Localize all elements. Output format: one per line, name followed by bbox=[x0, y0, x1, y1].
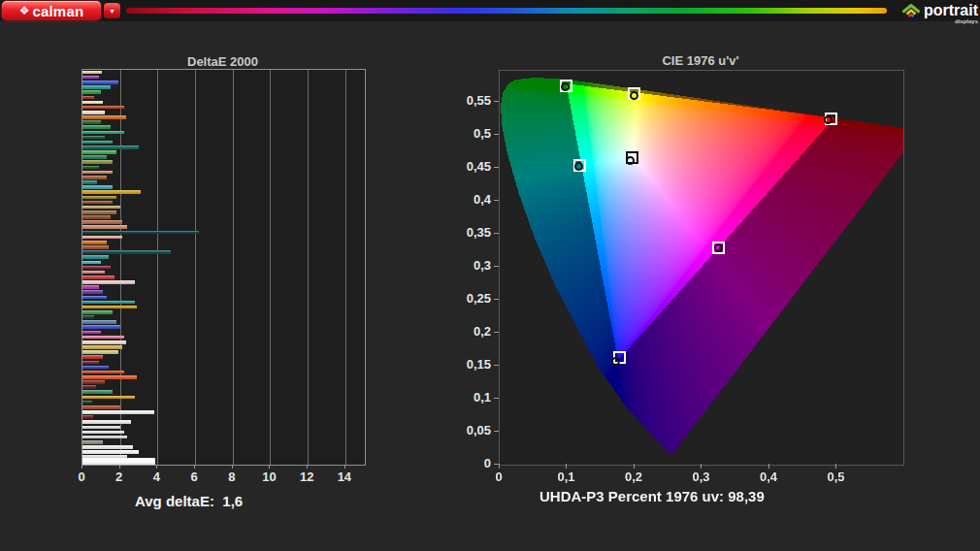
cie-y-tick bbox=[494, 365, 499, 366]
deltae-bar bbox=[82, 196, 116, 200]
deltae-bar bbox=[82, 271, 105, 275]
deltae-x-tick bbox=[307, 465, 308, 469]
deltae-bar bbox=[82, 220, 122, 224]
deltae-x-axis: 02468101214 bbox=[82, 465, 373, 486]
deltae-plot-area bbox=[82, 69, 366, 466]
deltae-bar bbox=[82, 405, 120, 409]
cie-x-tick-label: 0 bbox=[481, 470, 516, 484]
avg-deltae-label: Avg deltaE: 1,6 bbox=[135, 493, 243, 509]
portrait-sublabel: displays bbox=[955, 18, 978, 24]
deltae-x-tick bbox=[156, 465, 157, 469]
spectrum-gradient-strip bbox=[126, 8, 887, 14]
deltae-bar bbox=[82, 176, 107, 179]
deltae-bar bbox=[82, 280, 135, 284]
cie-y-tick-label: 0,1 bbox=[450, 390, 491, 405]
deltae-bar bbox=[82, 331, 101, 335]
deltae-x-tick-label: 10 bbox=[251, 470, 286, 484]
deltae-bar bbox=[82, 371, 124, 374]
portrait-displays-logo: portrait displays bbox=[901, 1, 978, 20]
deltae-bar bbox=[82, 415, 93, 419]
deltae-bar bbox=[82, 236, 122, 240]
deltae-bar bbox=[82, 206, 120, 210]
calman-menu-button[interactable]: ❖ calman bbox=[2, 1, 101, 20]
deltae-bar bbox=[82, 250, 171, 254]
deltae-bar bbox=[82, 320, 116, 324]
chevron-down-icon: ▼ bbox=[109, 8, 115, 15]
cie-y-tick-label: 0,45 bbox=[450, 159, 491, 174]
cie-y-tick-label: 0,35 bbox=[450, 225, 491, 240]
deltae-bar bbox=[82, 301, 135, 305]
cie-y-tick bbox=[494, 398, 499, 399]
deltae-bar bbox=[82, 245, 109, 249]
cie-y-tick bbox=[494, 431, 499, 432]
cie-x-tick bbox=[499, 464, 500, 469]
cie-x-axis: 00,10,20,30,40,5 bbox=[499, 464, 910, 485]
cie-chart-title: CIE 1976 u'v' bbox=[499, 53, 902, 68]
cie-y-tick-label: 0,15 bbox=[450, 357, 491, 372]
deltae-bar bbox=[82, 266, 111, 270]
cie-x-tick bbox=[701, 464, 702, 469]
deltae-bar bbox=[82, 390, 113, 394]
deltae-gridline bbox=[233, 70, 234, 465]
deltae-bar bbox=[82, 231, 199, 235]
cie-y-tick bbox=[494, 101, 499, 102]
deltae-bar bbox=[82, 306, 137, 309]
deltae-bar bbox=[82, 111, 105, 114]
deltae-bar bbox=[82, 190, 141, 194]
calman-dropdown-button[interactable]: ▼ bbox=[104, 3, 120, 18]
deltae-bar bbox=[82, 201, 113, 205]
deltae-bar bbox=[82, 355, 103, 359]
deltae-x-tick bbox=[82, 465, 82, 469]
deltae-x-tick bbox=[232, 465, 233, 469]
deltae-bar bbox=[82, 450, 139, 454]
deltae-bar bbox=[82, 345, 122, 349]
cie-y-tick-label: 0,05 bbox=[450, 423, 491, 438]
portrait-label: portrait displays bbox=[924, 3, 978, 18]
cie-y-tick bbox=[494, 299, 499, 300]
deltae-bar bbox=[82, 71, 102, 75]
deltae-bar bbox=[82, 241, 107, 244]
deltae-bar bbox=[82, 125, 111, 129]
cie-measurement-dot-white-point bbox=[626, 156, 635, 165]
cie-y-tick-label: 0 bbox=[450, 456, 491, 470]
deltae-bar bbox=[82, 290, 103, 294]
cie-y-tick-label: 0,3 bbox=[450, 258, 491, 273]
deltae-bar bbox=[82, 115, 126, 119]
deltae-bar bbox=[82, 160, 113, 164]
deltae-bar bbox=[82, 96, 94, 100]
deltae-x-tick-label: 6 bbox=[177, 470, 212, 484]
deltae-bar bbox=[82, 155, 107, 159]
cie-x-tick bbox=[768, 464, 769, 469]
deltae-bar bbox=[82, 315, 94, 319]
deltae-bar bbox=[82, 296, 107, 300]
deltae-x-tick-label: 0 bbox=[64, 470, 99, 484]
cie-measurement-dot-green-primary bbox=[561, 82, 570, 91]
deltae-bar bbox=[82, 440, 103, 444]
deltae-bar bbox=[82, 106, 124, 110]
deltae-bar bbox=[82, 81, 118, 84]
cie-y-tick bbox=[494, 233, 499, 234]
deltae-bar bbox=[82, 396, 135, 400]
cie-y-tick bbox=[494, 134, 499, 135]
deltae-bar bbox=[82, 255, 109, 259]
deltae-bar bbox=[82, 261, 101, 265]
cie-x-tick bbox=[566, 464, 567, 469]
cie-y-tick bbox=[494, 266, 499, 267]
deltae-bar bbox=[82, 336, 124, 340]
cie-x-tick bbox=[835, 464, 836, 469]
deltae-gridline bbox=[157, 70, 158, 465]
cie-y-axis: 00,050,10,150,20,250,30,350,40,450,50,55 bbox=[448, 70, 499, 465]
deltae-gridline bbox=[195, 70, 196, 465]
deltae-bar bbox=[82, 366, 109, 370]
deltae-bar bbox=[82, 285, 99, 289]
deltae-x-tick-label: 4 bbox=[139, 470, 174, 484]
deltae-chart-title: DeltaE 2000 bbox=[82, 54, 364, 69]
deltae-x-tick-label: 12 bbox=[289, 470, 324, 484]
deltae-x-tick-label: 2 bbox=[102, 470, 137, 484]
cie-y-tick bbox=[494, 200, 499, 201]
deltae-bar bbox=[82, 401, 92, 405]
deltae-bar bbox=[82, 131, 124, 135]
deltae-bar bbox=[82, 180, 97, 184]
deltae-x-tick bbox=[119, 465, 120, 469]
deltae-bar bbox=[82, 420, 131, 424]
